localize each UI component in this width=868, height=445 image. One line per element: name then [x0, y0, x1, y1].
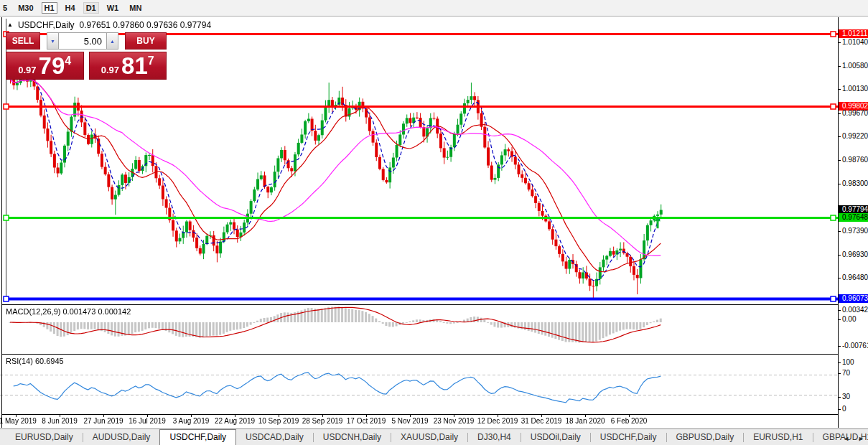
- date-axis-label: 27 Jun 2019: [83, 417, 123, 425]
- timeframe-button-d1[interactable]: D1: [83, 2, 99, 14]
- chart-symbol-title: USDCHF,Daily: [18, 20, 75, 30]
- tab-scroll-left-icon[interactable]: ◄: [843, 435, 849, 442]
- chart-window: ▲ USDCHF,Daily 0.97651 0.97860 0.97636 0…: [0, 17, 868, 428]
- price-axis-label: 1.01211: [839, 29, 868, 38]
- indicator-axis-label: 70: [842, 369, 850, 378]
- volume-decrease-icon[interactable]: ▼: [47, 32, 59, 50]
- price-axis-tick: [839, 278, 841, 278]
- price-axis-label: 0.98300: [842, 179, 868, 188]
- timeframe-button-h4[interactable]: H4: [62, 2, 78, 14]
- timeframe-button-w1[interactable]: W1: [104, 2, 122, 14]
- chart-tab-audusd-daily[interactable]: AUDUSD,Daily: [83, 430, 160, 445]
- timeframe-button-m30[interactable]: M30: [15, 2, 36, 14]
- chart-tab-usdcnh-daily[interactable]: USDCNH,Daily: [314, 430, 391, 445]
- one-click-trade-panel: SELL ▼ ▲ BUY 0.97 79 4 0.97 81 7: [6, 32, 167, 80]
- price-axis-label: 0.96480: [842, 273, 868, 282]
- price-axis-label: 0.96930: [842, 250, 868, 259]
- date-axis-label: 28 Sep 2019: [302, 417, 343, 425]
- date-axis-label: 21 May 2019: [0, 417, 37, 425]
- date-axis-label: 8 Jun 2019: [42, 417, 78, 425]
- ask-big-digits: 81: [121, 55, 148, 77]
- price-axis-label: 0.99670: [842, 109, 868, 118]
- date-axis-label: 10 Sep 2019: [258, 417, 299, 425]
- timeframe-toolbar: 5M30H1H4D1W1MN: [0, 0, 868, 17]
- indicator-axis-label: 30: [842, 393, 850, 401]
- sell-button[interactable]: SELL: [6, 32, 40, 50]
- indicator-axis-tick: [839, 319, 841, 320]
- chart-tabs: EURUSD,DailyAUDUSD,DailyUSDCHF,DailyUSDC…: [6, 429, 868, 445]
- volume-input[interactable]: [59, 32, 106, 50]
- date-axis-label: 31 Dec 2019: [521, 417, 562, 425]
- price-axis-label: 1.00580: [842, 62, 868, 70]
- price-axis-label: 0.99220: [842, 132, 868, 141]
- buy-button[interactable]: BUY: [125, 32, 167, 50]
- bid-big-digits: 79: [39, 55, 65, 77]
- date-axis-label: 18 Jan 2020: [565, 417, 605, 425]
- price-axis-tick: [839, 160, 841, 161]
- volume-stepper: ▼ ▲: [47, 32, 118, 50]
- chart-tab-usdchf-daily[interactable]: USDCHF,Daily: [159, 429, 236, 445]
- timeframe-button-mn[interactable]: MN: [126, 2, 144, 14]
- indicator-axis-tick: [839, 310, 841, 311]
- price-axis-tick: [839, 255, 841, 256]
- chart-tab-usdchf-daily[interactable]: USDCHF,Daily: [591, 430, 666, 445]
- price-axis-label: 1.01040: [842, 38, 868, 47]
- chart-tab-bar: EURUSD,DailyAUDUSD,DailyUSDCHF,DailyUSDC…: [0, 428, 868, 445]
- panel-separator: [1, 304, 838, 305]
- chart-tab-eurusd-h1[interactable]: EURUSD,H1: [744, 430, 812, 445]
- panel-separator: [1, 414, 838, 415]
- mt4-window: 5M30H1H4D1W1MN ▲ USDCHF,Daily 0.97651 0.…: [0, 0, 868, 445]
- indicator-axis-label: 100: [842, 358, 854, 367]
- price-axis-tick: [839, 136, 841, 137]
- indicator-axis-tick: [839, 362, 841, 363]
- ask-price-box[interactable]: 0.97 81 7: [89, 52, 167, 80]
- indicator-axis-label: 0.00: [842, 315, 856, 324]
- date-axis-label: 23 Nov 2019: [434, 417, 475, 425]
- price-axis-tick: [839, 89, 841, 90]
- bid-pip-digit: 4: [65, 55, 71, 67]
- price-axis-tick: [839, 113, 841, 114]
- bid-prefix: 0.97: [18, 65, 36, 75]
- chart-tab-usdoil-daily[interactable]: USDOil,Daily: [521, 430, 590, 445]
- chart-left-border: [1, 17, 2, 428]
- chart-title-bar: ▲ USDCHF,Daily 0.97651 0.97860 0.97636 0…: [7, 20, 211, 30]
- indicator-axis-tick: [839, 409, 841, 410]
- rsi-canvas[interactable]: [0, 355, 839, 414]
- price-axis-tick: [839, 42, 841, 43]
- chart-tab-usdcad-daily[interactable]: USDCAD,Daily: [236, 430, 313, 445]
- panel-separator: [1, 354, 838, 355]
- indicator-axis-tick: [839, 346, 841, 347]
- price-axis[interactable]: 1.012111.010401.005801.001300.998020.996…: [839, 17, 868, 428]
- price-axis-tick: [839, 66, 841, 67]
- volume-increase-icon[interactable]: ▲: [106, 32, 118, 50]
- date-axis-label: 22 Aug 2019: [215, 417, 255, 425]
- rsi-indicator-label: RSI(14) 60.6945: [6, 357, 64, 365]
- chart-tab-xauusd-daily[interactable]: XAUUSD,Daily: [391, 430, 467, 445]
- price-axis-label: 0.97648: [839, 213, 868, 222]
- indicator-axis-label: 0.003428: [842, 306, 868, 314]
- price-axis-label: 0.96073: [839, 294, 868, 303]
- date-axis-label: 5 Nov 2019: [391, 417, 428, 425]
- tab-scroll-right-icon[interactable]: ►: [858, 435, 864, 442]
- date-axis-label: 3 Aug 2019: [173, 417, 210, 425]
- price-axis-tick: [839, 184, 841, 184]
- timeframe-button-h1[interactable]: H1: [42, 2, 57, 14]
- indicator-axis-label: -0.007615: [842, 342, 868, 350]
- date-axis-label: 16 Jul 2019: [129, 417, 166, 425]
- chart-tab-gbpusd-daily[interactable]: GBPUSD,Daily: [667, 430, 744, 445]
- indicator-axis-tick: [839, 397, 841, 398]
- tab-scroll-arrows: ◄ ►: [843, 435, 864, 442]
- chart-tab-eurusd-daily[interactable]: EURUSD,Daily: [6, 430, 83, 445]
- price-axis-label: 0.97390: [842, 227, 868, 235]
- date-axis-label: 17 Oct 2019: [347, 417, 386, 425]
- price-axis-tick: [839, 231, 841, 232]
- timeframe-button-5[interactable]: 5: [0, 2, 10, 14]
- indicator-axis-tick: [839, 373, 841, 374]
- bid-price-box[interactable]: 0.97 79 4: [6, 52, 84, 80]
- chart-tab-dj30-h4[interactable]: DJ30,H4: [468, 430, 521, 445]
- chart-icon: ▲: [7, 22, 13, 28]
- ask-prefix: 0.97: [101, 65, 119, 75]
- indicator-axis-label: 0: [842, 405, 846, 413]
- ask-pip-digit: 7: [148, 55, 154, 67]
- price-axis-label: 0.98760: [842, 156, 868, 164]
